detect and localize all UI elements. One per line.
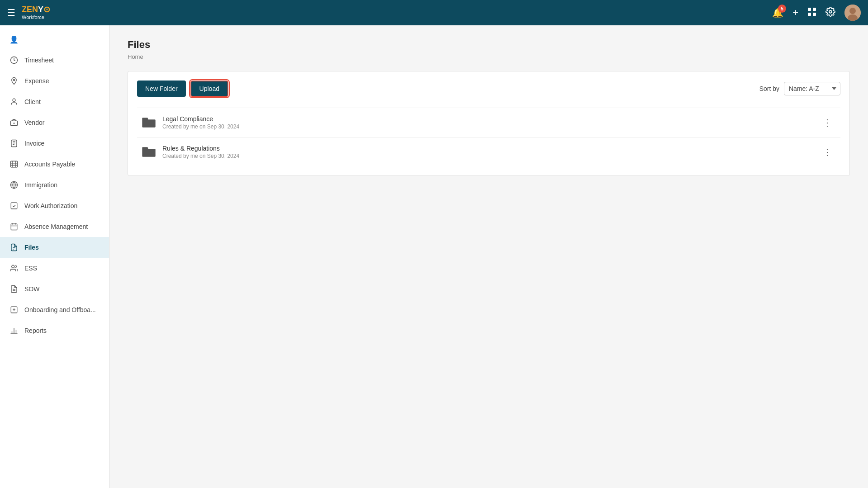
ess-icon bbox=[9, 263, 19, 273]
onboarding-icon bbox=[9, 305, 19, 315]
sidebar-item-label: Vendor bbox=[24, 119, 44, 126]
sidebar-item-reports[interactable]: Reports bbox=[0, 320, 109, 341]
immigration-icon bbox=[9, 180, 19, 190]
hamburger-icon[interactable]: ☰ bbox=[7, 7, 15, 18]
content-area: Files Home New Folder Upload Sort by Nam… bbox=[109, 25, 868, 488]
sidebar-item-label: Invoice bbox=[24, 140, 44, 147]
sidebar-item-files[interactable]: Files bbox=[0, 237, 109, 258]
breadcrumb: Home bbox=[128, 53, 850, 60]
sidebar-item-ess[interactable]: ESS bbox=[0, 258, 109, 279]
notification-badge: 5 bbox=[778, 5, 786, 13]
sidebar-item-client[interactable]: Client bbox=[0, 91, 109, 112]
sidebar-item-label: Immigration bbox=[24, 181, 57, 189]
file-row[interactable]: Legal Compliance Created by me on Sep 30… bbox=[137, 108, 840, 137]
work-authorization-icon bbox=[9, 201, 19, 211]
sidebar-item-partial[interactable]: 👤 bbox=[0, 29, 109, 50]
logo-sub: Workforce bbox=[22, 14, 50, 20]
settings-icon[interactable] bbox=[825, 7, 835, 19]
svg-rect-3 bbox=[813, 13, 816, 16]
file-meta: Created by me on Sep 30, 2024 bbox=[162, 123, 819, 130]
folder-icon bbox=[142, 145, 156, 159]
header-right: 🔔 5 + bbox=[772, 5, 861, 21]
sidebar-item-sow[interactable]: SOW bbox=[0, 279, 109, 299]
file-options-button[interactable]: ⋮ bbox=[819, 115, 836, 130]
absence-management-icon bbox=[9, 222, 19, 232]
svg-rect-0 bbox=[808, 8, 811, 11]
file-info: Legal Compliance Created by me on Sep 30… bbox=[162, 115, 819, 130]
svg-rect-1 bbox=[813, 8, 816, 11]
files-icon bbox=[9, 242, 19, 252]
accounts-payable-icon bbox=[9, 159, 19, 169]
svg-point-10 bbox=[13, 99, 15, 101]
svg-point-4 bbox=[829, 10, 832, 13]
client-icon bbox=[9, 97, 19, 107]
sidebar-item-label: Work Authorization bbox=[24, 202, 77, 209]
sidebar-item-label: Onboarding and Offboa... bbox=[24, 306, 96, 313]
sidebar-item-label: Timesheet bbox=[24, 57, 54, 64]
file-meta: Created by me on Sep 30, 2024 bbox=[162, 153, 819, 159]
sort-area: Sort by Name: A-Z Name: Z-A Date: Newest… bbox=[759, 82, 840, 95]
file-options-button[interactable]: ⋮ bbox=[819, 145, 836, 159]
notification-icon[interactable]: 🔔 5 bbox=[772, 7, 783, 18]
sidebar-item-label: Reports bbox=[24, 327, 47, 334]
header-left: ☰ ZENY⊙ Workforce bbox=[7, 5, 50, 20]
sidebar-item-expense[interactable]: Expense bbox=[0, 71, 109, 91]
svg-point-28 bbox=[12, 265, 14, 268]
main-layout: 👤 Timesheet bbox=[0, 25, 868, 488]
file-info: Rules & Regulations Created by me on Sep… bbox=[162, 145, 819, 159]
svg-point-6 bbox=[849, 8, 856, 14]
logo: ZENY⊙ Workforce bbox=[22, 5, 50, 20]
file-name: Rules & Regulations bbox=[162, 145, 819, 152]
page-title: Files bbox=[128, 39, 850, 51]
sidebar-item-timesheet[interactable]: Timesheet bbox=[0, 50, 109, 71]
reports-icon bbox=[9, 326, 19, 336]
toolbar: New Folder Upload Sort by Name: A-Z Name… bbox=[137, 81, 840, 97]
grid-icon[interactable] bbox=[807, 7, 816, 19]
sort-select[interactable]: Name: A-Z Name: Z-A Date: Newest Date: O… bbox=[784, 82, 840, 95]
avatar[interactable] bbox=[844, 5, 861, 21]
files-panel: New Folder Upload Sort by Name: A-Z Name… bbox=[128, 71, 850, 176]
sidebar-item-label: SOW bbox=[24, 285, 39, 293]
sidebar-item-label: ESS bbox=[24, 265, 37, 272]
top-header: ☰ ZENY⊙ Workforce 🔔 5 + bbox=[0, 0, 868, 25]
toolbar-left: New Folder Upload bbox=[137, 81, 228, 97]
sidebar-item-immigration[interactable]: Immigration bbox=[0, 175, 109, 195]
sidebar-item-absence-management[interactable]: Absence Management bbox=[0, 216, 109, 237]
sidebar-item-invoice[interactable]: Invoice bbox=[0, 133, 109, 154]
invoice-icon bbox=[9, 138, 19, 148]
logo-container: ZENY⊙ Workforce bbox=[22, 5, 50, 20]
sidebar-item-label: Files bbox=[24, 244, 39, 251]
folder-icon bbox=[142, 115, 156, 130]
partial-icon: 👤 bbox=[9, 34, 19, 44]
upload-button[interactable]: Upload bbox=[190, 81, 228, 97]
sidebar-item-work-authorization[interactable]: Work Authorization bbox=[0, 195, 109, 216]
logo-brand: ZENY⊙ bbox=[22, 5, 50, 14]
svg-point-9 bbox=[13, 79, 15, 81]
sidebar-item-accounts-payable[interactable]: Accounts Payable bbox=[0, 154, 109, 175]
add-icon[interactable]: + bbox=[792, 7, 798, 19]
expense-icon bbox=[9, 76, 19, 86]
svg-rect-18 bbox=[11, 161, 18, 167]
svg-rect-22 bbox=[11, 224, 17, 230]
file-row[interactable]: Rules & Regulations Created by me on Sep… bbox=[137, 137, 840, 166]
vendor-icon bbox=[9, 118, 19, 128]
sidebar-item-label: Accounts Payable bbox=[24, 161, 75, 168]
svg-rect-21 bbox=[11, 203, 17, 209]
sow-icon bbox=[9, 284, 19, 294]
svg-rect-2 bbox=[808, 13, 811, 16]
sidebar: 👤 Timesheet bbox=[0, 25, 109, 488]
sidebar-item-label: Absence Management bbox=[24, 223, 88, 230]
new-folder-button[interactable]: New Folder bbox=[137, 81, 186, 97]
sidebar-item-vendor[interactable]: Vendor bbox=[0, 112, 109, 133]
timesheet-icon bbox=[9, 55, 19, 65]
sidebar-item-onboarding[interactable]: Onboarding and Offboa... bbox=[0, 299, 109, 320]
sidebar-scroll: 👤 Timesheet bbox=[0, 25, 109, 488]
svg-rect-14 bbox=[11, 140, 17, 147]
file-name: Legal Compliance bbox=[162, 115, 819, 123]
sidebar-item-label: Expense bbox=[24, 77, 49, 85]
sort-label: Sort by bbox=[759, 85, 779, 92]
sidebar-item-label: Client bbox=[24, 98, 41, 105]
